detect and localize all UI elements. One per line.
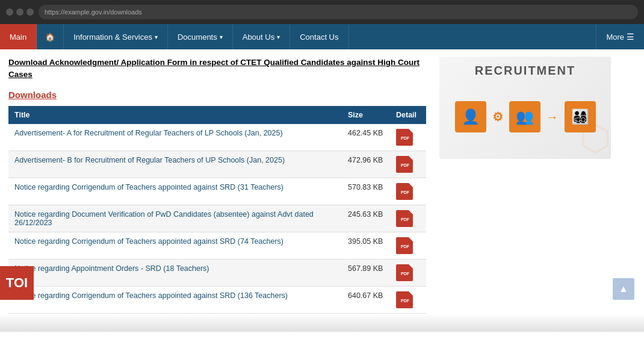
pdf-download-icon[interactable]: PDF [396,264,413,281]
cell-detail[interactable]: PDF [390,151,426,178]
main-content: Download Acknowledgment/ Application For… [0,57,433,314]
group-icon: 👥 [509,101,540,132]
cell-detail[interactable]: PDF [390,259,426,286]
cell-size: 570.83 KB [342,178,390,205]
browser-dot [26,8,34,16]
browser-dot [6,8,13,16]
browser-dot [16,8,23,16]
cell-detail[interactable]: PDF [390,232,426,259]
downloads-label: Downloads [8,90,426,100]
table-row: Advertisement- A for Recruitment of Regu… [8,124,426,151]
svg-text:PDF: PDF [401,272,409,276]
svg-text:PDF: PDF [401,244,409,249]
cell-title: Advertisement- B for Recruitment of Regu… [8,151,342,178]
cell-size: 462.45 KB [342,124,390,151]
recruitment-banner: RECRUITMENT 👤 ⚙ 👥 → 👨‍👩‍👧‍👦 ⬡ [439,57,611,159]
banner-content: RECRUITMENT 👤 ⚙ 👥 → 👨‍👩‍👧‍👦 ⬡ [439,57,611,159]
svg-text:PDF: PDF [401,136,409,140]
cell-title: Notice regarding Document Verification o… [8,205,342,232]
bottom-fade [0,314,644,332]
table-row: Notice regarding Appointment Orders - SR… [8,259,426,286]
person-icon: 👤 [455,101,486,132]
cell-detail[interactable]: PDF [390,178,426,205]
cell-size: 567.89 KB [342,259,390,286]
nav-item-documents[interactable]: Documents ▾ [168,24,233,49]
cell-title: Notice regarding Corrigendum of Teachers… [8,232,342,259]
downloads-table: Title Size Detail Advertisement- A for R… [8,106,426,314]
table-header-row: Title Size Detail [8,106,426,124]
browser-controls [6,8,34,16]
cell-size: 245.63 KB [342,205,390,232]
svg-text:PDF: PDF [401,190,409,194]
right-arrow-icon: → [546,110,559,124]
arrow-icon: ⚙ [492,110,503,124]
col-header-detail: Detail [390,106,426,124]
pdf-download-icon[interactable]: PDF [396,237,413,254]
svg-text:PDF: PDF [401,299,409,303]
cell-title: Notice regarding Appointment Orders - SR… [8,259,342,286]
nav-item-about[interactable]: About Us ▾ [233,24,290,49]
scroll-to-top-button[interactable] [613,278,634,300]
nav-item-info[interactable]: Information & Services ▾ [64,24,168,49]
table-row: Advertisement- B for Recruitment of Regu… [8,151,426,178]
table-row: Notice regarding Document Verification o… [8,205,426,232]
cell-size: 640.67 KB [342,286,390,313]
address-bar[interactable]: https://example.gov.in/downloads [39,5,638,19]
chevron-down-icon: ▾ [155,34,158,40]
banner-title: RECRUITMENT [475,64,576,78]
pdf-download-icon[interactable]: PDF [396,156,413,173]
nav-item-more[interactable]: More ☰ [596,24,644,49]
svg-text:PDF: PDF [401,217,409,222]
toi-badge[interactable]: TOI [0,266,34,300]
cell-size: 472.96 KB [342,151,390,178]
hamburger-icon: ☰ [627,32,634,42]
content-area: Download Acknowledgment/ Application For… [0,49,644,314]
pdf-download-icon[interactable]: PDF [396,183,413,200]
pdf-download-icon[interactable]: PDF [396,291,413,308]
page-heading: Download Acknowledgment/ Application For… [8,57,426,81]
pdf-download-icon[interactable]: PDF [396,210,413,227]
cell-title: Notice regarding Corrigendum of Teachers… [8,286,342,313]
sidebar: RECRUITMENT 👤 ⚙ 👥 → 👨‍👩‍👧‍👦 ⬡ [433,57,626,314]
cell-size: 395.05 KB [342,232,390,259]
table-row: Notice regarding Corrigendum of Teachers… [8,286,426,313]
hex-bg: ⬡ [580,117,611,159]
svg-text:PDF: PDF [401,163,409,167]
cell-detail[interactable]: PDF [390,286,426,313]
chevron-down-icon: ▾ [220,34,223,40]
navbar: Main 🏠 Information & Services ▾ Document… [0,24,644,49]
banner-icons: 👤 ⚙ 👥 → 👨‍👩‍👧‍👦 [455,101,596,132]
col-header-size: Size [342,106,390,124]
cell-title: Notice regarding Corrigendum of Teachers… [8,178,342,205]
table-row: Notice regarding Corrigendum of Teachers… [8,232,426,259]
cell-detail[interactable]: PDF [390,205,426,232]
cell-detail[interactable]: PDF [390,124,426,151]
cell-title: Advertisement- A for Recruitment of Regu… [8,124,342,151]
table-row: Notice regarding Corrigendum of Teachers… [8,178,426,205]
nav-item-main[interactable]: Main [0,24,37,49]
nav-item-contact[interactable]: Contact Us [290,24,348,49]
browser-bar: https://example.gov.in/downloads [0,0,644,24]
home-icon: 🏠 [45,33,55,42]
col-header-title: Title [8,106,342,124]
chevron-down-icon: ▾ [277,34,280,40]
pdf-download-icon[interactable]: PDF [396,129,413,146]
nav-item-home[interactable]: 🏠 [37,24,64,49]
